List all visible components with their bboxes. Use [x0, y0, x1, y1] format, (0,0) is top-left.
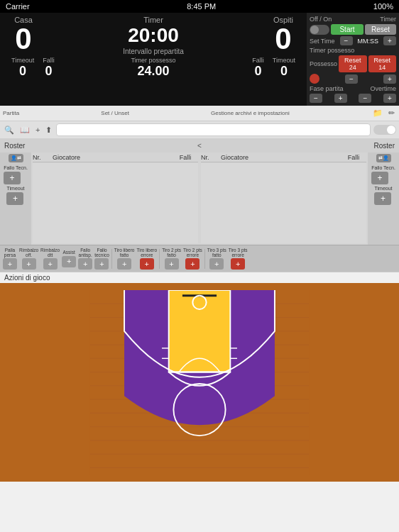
overtime-minus[interactable]: −	[359, 94, 371, 103]
rp-off-on-label: Off / On	[310, 16, 332, 23]
set-time-plus[interactable]: +	[383, 36, 396, 45]
stat-t3-fatto-plus[interactable]: +	[209, 258, 224, 270]
right-quintetto-btn[interactable]: ⇄👤	[376, 154, 391, 162]
battery-label: 100%	[373, 2, 393, 11]
stat-rib-off-plus[interactable]: +	[22, 258, 36, 270]
right-fallo-tec-group: Fallo Tecn. +	[371, 165, 395, 184]
stat-t2-errore-plus[interactable]: +	[185, 258, 200, 270]
away-timeout: Timeout 0	[273, 57, 295, 79]
stat-t2-errore: Tiro 2 ptserrore +	[183, 248, 202, 270]
fase-minus[interactable]: −	[310, 94, 322, 103]
stat-fallo-antisp: Falloantisp. +	[78, 248, 92, 270]
timer-label: Timer	[41, 16, 266, 24]
search-toggle[interactable]	[373, 125, 396, 135]
rp-off-on-row: Off / On Timer	[310, 16, 396, 23]
score-header: Casa 0 Timer 20:00 Intervallo prepartita…	[0, 13, 307, 82]
rp-fase-row: Fase partita Overtime	[310, 85, 396, 92]
left-timeout-plus[interactable]: +	[6, 192, 23, 205]
left-team-actions: 👤⇄ Fallo Tecn. + Timeout +	[0, 153, 31, 245]
search-icon-btn[interactable]: 🔍	[3, 126, 16, 135]
home-falli-val: 0	[43, 64, 55, 79]
stat-t2-errore-label: Tiro 2 ptserrore	[183, 248, 202, 257]
stats-divider-1	[111, 249, 112, 269]
right-timeout-plus[interactable]: +	[374, 192, 391, 205]
right-fallo-tec-plus[interactable]: +	[371, 172, 388, 184]
reset-button[interactable]: Reset	[365, 24, 396, 35]
left-fallo-tec-plus[interactable]: +	[4, 172, 21, 184]
stat-fallo-antisp-plus[interactable]: +	[78, 258, 92, 270]
stat-palla-label: Pallapersa	[4, 248, 16, 257]
off-on-toggle[interactable]	[310, 25, 329, 35]
away-falli: Falli 0	[252, 57, 264, 79]
carrier-label: Carrier	[6, 2, 30, 11]
search-input[interactable]	[56, 123, 371, 136]
share-icon-btn[interactable]: ⬆	[44, 126, 53, 135]
right-col-falli: Falli	[341, 154, 366, 161]
stat-rib-dtt: Rimbalzodtt +	[40, 248, 60, 270]
stat-palla: Pallapersa +	[3, 248, 17, 270]
timer-possesso-label: Timer possesso	[310, 47, 354, 54]
timer-section: Timer 20:00 Intervallo prepartita	[41, 16, 266, 55]
possesso-plus[interactable]: +	[383, 74, 396, 84]
reset14-button[interactable]: Reset 14	[368, 55, 396, 72]
roster-label-right: Roster	[374, 142, 395, 150]
away-stats: Falli 0 Timeout 0	[252, 57, 295, 79]
start-button[interactable]: Start	[331, 24, 364, 35]
stat-t3-errore-plus[interactable]: +	[231, 258, 245, 270]
interval-label: Intervallo prepartita	[41, 48, 266, 55]
possession-timer: 24.00	[131, 64, 175, 79]
home-falli-label: Falli	[43, 57, 55, 64]
toggle-knob	[310, 26, 319, 34]
overtime-plus[interactable]: +	[383, 94, 396, 103]
right-team-area: Nr. Giocatore Falli ⇄👤 Fallo Tecn. + Tim…	[200, 153, 399, 245]
stat-tl-errore-label: Tiro liberoerrore	[136, 248, 157, 257]
score-area: Casa 0 Timer 20:00 Intervallo prepartita…	[0, 13, 399, 106]
toolbar: Partita Set / Unset Gestione archivi e i…	[0, 106, 399, 121]
stat-t2-fatto-label: Tiro 2 ptsfatto	[162, 248, 181, 257]
away-timeout-label: Timeout	[273, 57, 295, 64]
stat-t2-fatto: Tiro 2 ptsfatto +	[162, 248, 181, 270]
home-timeout-val: 0	[11, 64, 34, 79]
court-container	[0, 283, 399, 482]
svg-rect-14	[169, 290, 231, 372]
left-col-name: Giocatore	[53, 154, 173, 161]
rp-set-time-row: Set Time − MM:SS +	[310, 36, 396, 45]
home-stats: Timeout 0 Falli 0	[11, 57, 55, 79]
stat-rib-dtt-plus[interactable]: +	[43, 258, 58, 270]
right-quintetto-icon: ⇄👤	[378, 155, 389, 161]
fase-plus[interactable]: +	[334, 94, 347, 103]
set-time-minus[interactable]: −	[340, 36, 353, 45]
left-fallo-tec-group: Fallo Tecn. +	[4, 165, 28, 184]
overtime-label: Overtime	[370, 85, 396, 92]
gestione-label: Gestione archivi e impostazioni	[211, 110, 290, 116]
stat-t2-fatto-plus[interactable]: +	[165, 258, 179, 270]
add-icon-btn[interactable]: +	[34, 126, 41, 134]
edit-icon-btn[interactable]: ✏	[387, 109, 396, 118]
book-icon-btn[interactable]: 📖	[18, 126, 31, 135]
stat-fallo-tec-plus[interactable]: +	[94, 258, 109, 270]
reset24-button[interactable]: Reset 24	[339, 55, 366, 72]
stat-t3-fatto-label: Tiro 3 ptsfatto	[207, 248, 226, 257]
left-quintetto-btn[interactable]: 👤⇄	[9, 154, 23, 162]
roster-row: Roster < Roster	[0, 138, 399, 153]
home-score: 0	[6, 24, 41, 54]
stat-palla-plus[interactable]: +	[3, 258, 17, 270]
possesso-minus[interactable]: −	[345, 74, 358, 84]
stat-fallo-antisp-label: Falloantisp.	[79, 248, 92, 257]
right-panel: Off / On Timer Start Reset Set Time − MM…	[307, 13, 399, 106]
stat-assist-plus[interactable]: +	[62, 256, 76, 267]
stat-tl-fatto-plus[interactable]: +	[117, 258, 131, 270]
folder-icon-btn[interactable]: 📁	[371, 109, 384, 118]
left-team-area: 👤⇄ Fallo Tecn. + Timeout + Nr. Giocatore…	[0, 153, 200, 245]
fase-partita-label: Fase partita	[310, 85, 344, 92]
right-player-list	[201, 163, 366, 243]
left-player-list	[33, 163, 198, 243]
right-timeout-label: Timeout	[374, 186, 392, 191]
search-bar: 🔍 📖 + ⬆	[0, 121, 399, 138]
stat-tl-errore-plus[interactable]: +	[140, 258, 154, 270]
stat-assist-label: Assist	[63, 250, 75, 255]
partita-label: Partita	[3, 110, 19, 116]
home-timeout-label: Timeout	[11, 57, 34, 64]
set-time-display: MM:SS	[357, 38, 378, 45]
stat-fallo-tec-label: Fallotecnico	[94, 248, 109, 257]
